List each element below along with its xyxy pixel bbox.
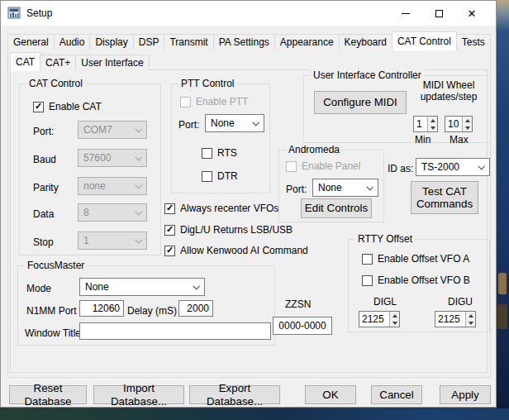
spinner-up-icon[interactable]: [466, 312, 475, 319]
enable-panel-label: Enable Panel: [302, 160, 360, 172]
tab-display[interactable]: Display: [89, 34, 133, 50]
wallpaper-lights: [498, 273, 507, 294]
spinner-up-icon[interactable]: [463, 117, 472, 124]
ui-controller-group-title: User Interface Controller: [311, 69, 424, 81]
baud-select: 57600: [78, 149, 147, 167]
maximize-button[interactable]: [422, 1, 455, 26]
stop-bits-select: 1: [78, 231, 147, 250]
n1mm-port-input[interactable]: [79, 300, 124, 317]
baud-value: 57600: [83, 152, 111, 164]
midi-min-value: 1: [414, 117, 427, 131]
ok-button[interactable]: OK: [305, 385, 356, 404]
digu-spinner[interactable]: 2125: [435, 311, 476, 327]
minimize-button[interactable]: [389, 1, 422, 26]
dtr-label: DTR: [217, 170, 238, 182]
zzsn-input[interactable]: [273, 317, 332, 335]
checkbox-box-icon: [202, 148, 212, 159]
digl-spinner[interactable]: 2125: [359, 311, 400, 327]
enable-cat-checkbox[interactable]: Enable CAT: [33, 101, 102, 112]
sub-tab-strip: CAT CAT+ User Interface: [10, 52, 149, 70]
setup-dialog: Setup ✕ General Audio Display DSP Transm…: [0, 0, 497, 408]
enable-ptt-label: Enable PTT: [196, 96, 248, 107]
mode-label: Mode: [26, 283, 51, 294]
checkbox-box-icon: [180, 97, 191, 107]
id-as-select[interactable]: TS-2000: [416, 158, 490, 176]
digl-returns-checkbox[interactable]: DigL/U Returns LSB/USB: [164, 224, 293, 236]
checkbox-box-icon: [362, 275, 373, 286]
data-bits-select: 8: [78, 203, 147, 222]
spinner-down-icon[interactable]: [463, 124, 472, 131]
tab-transmit[interactable]: Transmit: [164, 34, 213, 50]
tab-audio[interactable]: Audio: [54, 34, 91, 50]
delay-input[interactable]: [178, 300, 213, 317]
tab-pa-settings[interactable]: PA Settings: [213, 34, 275, 50]
ptt-port-label: Port:: [178, 119, 199, 131]
enable-offset-vfo-b-label: Enable Offset VFO B: [378, 274, 470, 286]
tab-general[interactable]: General: [7, 34, 55, 50]
dtr-checkbox[interactable]: DTR: [202, 170, 238, 182]
always-recenter-vfos-checkbox[interactable]: Always recenter VFOs: [164, 203, 278, 214]
spinner-down-icon[interactable]: [466, 319, 475, 327]
andromeda-group: Andromeda Enable Panel Port: None Edit C…: [278, 150, 384, 222]
tab-dsp[interactable]: DSP: [133, 34, 165, 50]
subtab-user-interface[interactable]: User Interface: [75, 55, 149, 70]
spinner-up-icon[interactable]: [390, 312, 399, 319]
digu-label: DIGU: [448, 296, 473, 308]
spinner-arrows[interactable]: [462, 117, 472, 131]
rts-label: RTS: [217, 147, 237, 159]
export-database-button[interactable]: Export Database...: [189, 385, 280, 404]
cancel-button[interactable]: Cancel: [371, 385, 422, 404]
spinner-down-icon[interactable]: [390, 319, 399, 327]
chevron-down-icon: [135, 126, 141, 132]
tab-tests[interactable]: Tests: [456, 34, 491, 50]
mode-select[interactable]: None: [79, 278, 205, 296]
id-as-label: ID as:: [388, 163, 413, 174]
desktop-wallpaper-right: [497, 0, 509, 420]
rts-checkbox[interactable]: RTS: [202, 147, 237, 159]
edit-controls-button[interactable]: Edit Controls: [301, 198, 372, 218]
chevron-down-icon: [135, 236, 141, 243]
enable-offset-vfo-b-checkbox[interactable]: Enable Offset VFO B: [362, 274, 470, 286]
apply-button[interactable]: Apply: [440, 385, 491, 404]
ptt-port-value: None: [211, 117, 235, 129]
title-bar[interactable]: Setup ✕: [1, 1, 496, 26]
spinner-up-icon[interactable]: [428, 117, 437, 124]
test-cat-line2: Commands: [416, 198, 473, 210]
enable-offset-vfo-a-checkbox[interactable]: Enable Offset VFO A: [362, 253, 469, 265]
chevron-down-icon: [252, 119, 259, 126]
rtty-offset-group-title: RTTY Offset: [355, 233, 415, 245]
chevron-down-icon: [193, 283, 199, 289]
configure-midi-button[interactable]: Configure MIDI: [314, 91, 407, 114]
test-cat-commands-button[interactable]: Test CAT Commands: [411, 181, 478, 214]
tab-keyboard[interactable]: Keyboard: [339, 34, 392, 50]
spinner-down-icon[interactable]: [428, 124, 437, 131]
midi-max-spinner[interactable]: 10: [445, 116, 473, 132]
checkbox-box-icon: [164, 246, 175, 256]
spinner-arrows[interactable]: [389, 312, 399, 327]
digu-value: 2125: [435, 312, 465, 327]
parity-select: none: [78, 177, 147, 195]
window-title-input[interactable]: [79, 322, 271, 340]
allow-kenwood-ai-checkbox[interactable]: Allow Kenwood AI Command: [164, 245, 308, 256]
checkbox-box-icon: [202, 171, 212, 182]
id-as-value: TS-2000: [421, 161, 459, 173]
subtab-cat[interactable]: CAT: [10, 52, 40, 71]
ptt-port-select[interactable]: None: [205, 114, 264, 132]
tab-appearance[interactable]: Appearance: [274, 34, 340, 50]
close-icon: ✕: [468, 8, 477, 19]
digl-returns-label: DigL/U Returns LSB/USB: [180, 224, 293, 236]
andromeda-port-select[interactable]: None: [312, 179, 378, 197]
enable-panel-checkbox: Enable Panel: [286, 160, 360, 172]
subtab-cat-plus[interactable]: CAT+: [40, 55, 76, 70]
spinner-arrows[interactable]: [465, 312, 475, 327]
spinner-arrows[interactable]: [427, 117, 437, 131]
midi-min-spinner[interactable]: 1: [413, 116, 438, 132]
delay-label: Delay (mS): [127, 305, 177, 317]
close-button[interactable]: ✕: [455, 1, 488, 26]
midi-min-label: Min: [415, 134, 431, 146]
tab-cat-control[interactable]: CAT Control: [392, 31, 457, 50]
reset-database-button[interactable]: Reset Database: [9, 385, 87, 404]
main-tab-strip: General Audio Display DSP Transmit PA Se…: [7, 31, 490, 50]
chevron-down-icon: [366, 184, 373, 190]
import-database-button[interactable]: Import Database...: [93, 385, 184, 404]
